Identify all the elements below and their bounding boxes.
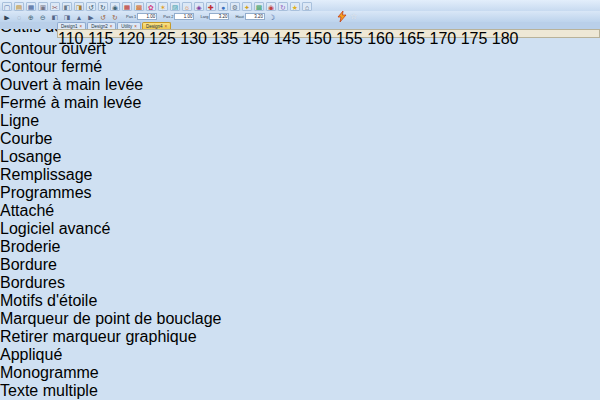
- tab-close-icon[interactable]: ×: [134, 24, 137, 29]
- toolbar-icon[interactable]: ▣: [38, 2, 48, 11]
- ruler-number: 130: [180, 30, 207, 47]
- numeric-field[interactable]: 3.20: [245, 13, 265, 20]
- toolbar-icon[interactable]: ⚙: [230, 2, 240, 11]
- tab-close-icon[interactable]: ×: [110, 24, 113, 29]
- toolbar-icon[interactable]: ⊕: [26, 12, 36, 21]
- toolbar-icon[interactable]: ↺: [98, 12, 108, 21]
- document-tab[interactable]: Design4 ×: [142, 22, 171, 29]
- tab-label: Design4: [146, 24, 163, 29]
- toolbar-icon[interactable]: ▶: [2, 12, 12, 21]
- toolbar-icon[interactable]: ✂: [50, 2, 60, 11]
- toolbar-icon[interactable]: ●: [218, 2, 228, 11]
- tool-panel: Outils de remplissage Contour ouvert Con…: [0, 18, 600, 400]
- toolbar-icon[interactable]: ✦: [242, 2, 252, 11]
- tool-item[interactable]: Ligne: [0, 112, 600, 130]
- ruler-number: 165: [398, 30, 425, 47]
- toolbar-icon[interactable]: ▤: [14, 2, 24, 11]
- field-label: Haut: [235, 14, 243, 19]
- tool-item[interactable]: Broderie: [0, 238, 600, 256]
- ruler-number: 150: [305, 30, 332, 47]
- field-label: Pas 1: [126, 14, 136, 19]
- tab-label: Utility: [121, 24, 132, 29]
- tool-item[interactable]: Bordures: [0, 274, 600, 292]
- toolbar-icon[interactable]: ↻: [110, 12, 120, 21]
- ruler-number: 175: [461, 30, 488, 47]
- toolbar-icon[interactable]: ▶: [86, 12, 96, 21]
- toolbar-icon[interactable]: ✿: [146, 2, 156, 11]
- toolbar-icon[interactable]: ◉: [266, 2, 276, 11]
- ruler-number: 125: [149, 30, 176, 47]
- ruler-number: 180: [492, 30, 519, 47]
- ruler-number: 120: [118, 30, 145, 47]
- tool-item[interactable]: Appliqué: [0, 346, 600, 364]
- toolbar-icon[interactable]: ◨: [74, 2, 84, 11]
- toolbar-icon[interactable]: ↺: [86, 2, 96, 11]
- toolbar-icon[interactable]: ⌂: [302, 2, 312, 11]
- parameter-fields: Pas 1 1.00 Pas 2 1.00 Larg 3.20 Haut 3.2…: [122, 13, 265, 20]
- toolbar-icon[interactable]: ✶: [158, 2, 168, 11]
- moon-icon[interactable]: ☽: [267, 12, 277, 21]
- field-label: Larg: [200, 14, 208, 19]
- toolbar-icon[interactable]: ▢: [2, 2, 12, 11]
- star-icon[interactable]: ☆: [350, 12, 357, 21]
- document-tab[interactable]: Design1 ×: [57, 22, 86, 29]
- effects-group: ☆: [337, 11, 357, 22]
- tab-close-icon[interactable]: ×: [164, 24, 167, 29]
- toolbar-icon[interactable]: ◈: [194, 2, 204, 11]
- toolbar-icon[interactable]: ▩: [134, 2, 144, 11]
- tool-item[interactable]: Monogramme: [0, 364, 600, 382]
- tool-item[interactable]: Marqueur de point de bouclage: [0, 310, 600, 328]
- toolbar-icon[interactable]: ✚: [206, 2, 216, 11]
- main-toolbar: ▢ ▤ ▦ ▣ ✂ ◧ ◨ ↺ ↻ ◉ ▦ ▩ ✿ ✶ ▨ ☼ ◈ ✚ ● ⚙ …: [0, 0, 600, 11]
- tool-item[interactable]: Contour fermé: [0, 58, 600, 76]
- document-tab[interactable]: Design2 ×: [87, 22, 116, 29]
- tool-item[interactable]: Bordure: [0, 256, 600, 274]
- toolbar-icon[interactable]: ▦: [122, 2, 132, 11]
- tool-item[interactable]: Retirer marqueur graphique: [0, 328, 600, 346]
- document-tab[interactable]: Utility ×: [117, 22, 141, 29]
- tool-item[interactable]: Programmes: [0, 184, 600, 202]
- toolbar-icon[interactable]: ★: [290, 2, 300, 11]
- toolbar-icon[interactable]: ◧: [62, 2, 72, 11]
- toolbar-icon[interactable]: ↻: [98, 2, 108, 11]
- toolbar-icon[interactable]: ◨: [62, 12, 72, 21]
- tool-item[interactable]: Attaché: [0, 202, 600, 220]
- tool-item[interactable]: Fermé à main levée: [0, 94, 600, 112]
- tool-item[interactable]: Logiciel avancé: [0, 220, 600, 238]
- toolbar-icon[interactable]: ◌: [14, 12, 24, 21]
- toolbar-icon[interactable]: ◧: [50, 12, 60, 21]
- tool-list-bottom: Texte multiple: [0, 382, 600, 400]
- tool-item[interactable]: Courbe: [0, 130, 600, 148]
- ruler-number: 115: [88, 30, 114, 47]
- tab-label: Design2: [91, 24, 108, 29]
- toolbar-icon[interactable]: ↻: [278, 2, 288, 11]
- tool-item[interactable]: Ouvert à main levée: [0, 76, 600, 94]
- toolbar-icon[interactable]: ☼: [182, 2, 192, 11]
- field-group: Pas 2 1.00: [163, 13, 194, 20]
- toolbar-icon[interactable]: ▨: [170, 2, 180, 11]
- tool-item[interactable]: Remplissage: [0, 166, 600, 184]
- tool-item[interactable]: Motifs d'étoile: [0, 292, 600, 310]
- ruler-number: 155: [336, 30, 363, 47]
- field-group: Larg 3.20: [200, 13, 229, 20]
- numeric-field[interactable]: 1.00: [137, 13, 157, 20]
- toolbar-icon[interactable]: ◉: [110, 2, 120, 11]
- tool-item[interactable]: Losange: [0, 148, 600, 166]
- field-label: Pas 2: [163, 14, 173, 19]
- toolbar-icon[interactable]: ⊖: [38, 12, 48, 21]
- tab-close-icon[interactable]: ×: [80, 24, 83, 29]
- ruler-number: 110: [58, 30, 84, 47]
- numeric-field[interactable]: 1.00: [174, 13, 194, 20]
- transform-tools: ▶ ◌ ⊕ ⊖ ◧ ◨ ▲ ▶ ↺ ↻: [2, 12, 120, 21]
- document-tabbar: Design1 × Design2 × Utility × Design4 ×: [0, 22, 600, 29]
- edit-toolbar: ▶ ◌ ⊕ ⊖ ◧ ◨ ▲ ▶ ↺ ↻ Pas 1 1.00 Pas: [0, 11, 600, 22]
- tool-item[interactable]: Texte multiple: [0, 382, 600, 400]
- tool-list-selected: Appliqué Monogramme: [0, 346, 600, 382]
- field-group: Pas 1 1.00: [126, 13, 157, 20]
- toolbar-icon[interactable]: ▲: [74, 12, 84, 21]
- toolbar-icon[interactable]: ▩: [254, 2, 264, 11]
- numeric-field[interactable]: 3.20: [209, 13, 229, 20]
- lightning-icon[interactable]: [337, 11, 347, 22]
- toolbar-icon[interactable]: ▦: [26, 2, 36, 11]
- ruler-number: 140: [243, 30, 270, 47]
